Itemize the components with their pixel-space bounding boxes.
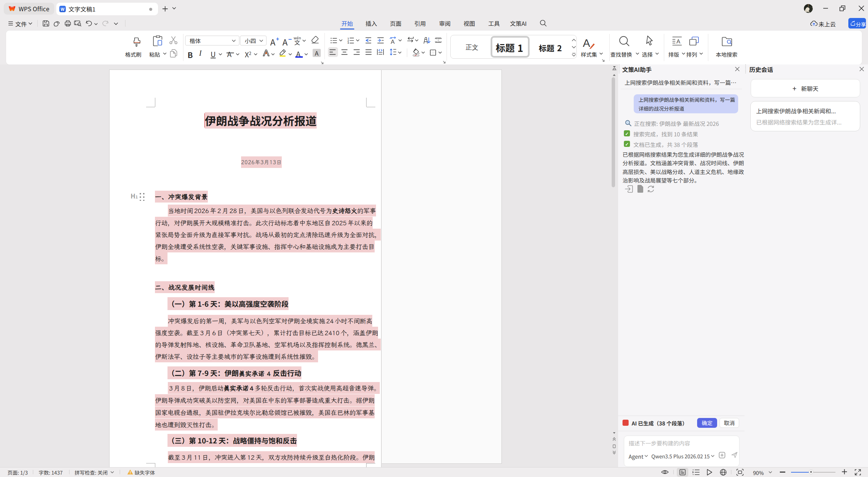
svg-text:1: 1 [348, 37, 349, 40]
svg-text:A: A [583, 37, 590, 49]
svg-text:3: 3 [348, 42, 349, 44]
svg-text:A: A [676, 38, 680, 45]
svg-text:A: A [391, 39, 395, 45]
